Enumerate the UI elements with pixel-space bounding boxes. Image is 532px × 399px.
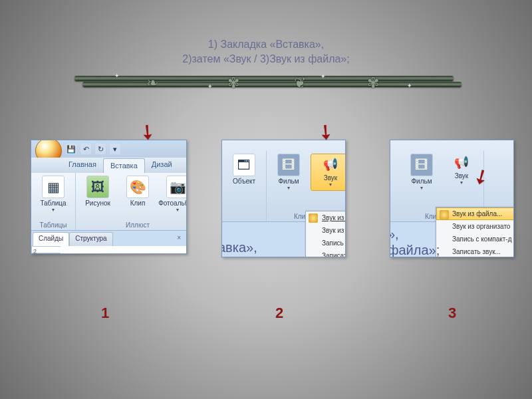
chevron-down-icon: ▾ <box>52 207 55 213</box>
slide-text-fragment: файла»; <box>390 243 440 257</box>
movie-icon: 🎞 <box>277 154 300 176</box>
screenshot-1: 💾 ↶ ↻ ▾ Главная Вставка Дизай ▦ Таблица … <box>31 140 187 254</box>
tab-insert[interactable]: Вставка <box>103 158 145 174</box>
decorative-divider: ❧✾ ❦✾ ✦✦ ✦✦ <box>74 74 462 94</box>
menu-item-sound-from-organizer[interactable]: Звук из организато <box>436 220 514 233</box>
tab-home[interactable]: Главная <box>62 158 103 173</box>
sound-icon: 📢 <box>321 156 340 173</box>
ribbon: 🗔 Объект 🎞 Фильм ▾ 📢 Звук ▾ Клипы мул <box>222 140 345 222</box>
screenshot-2: 🗔 Объект 🎞 Фильм ▾ 📢 Звук ▾ Клипы мул Зв… <box>221 140 346 257</box>
slide-thumbnails: 2 <box>31 246 63 253</box>
ribbon-group-tables: ▦ Таблица ▾ Таблицы <box>31 173 76 230</box>
slide-pane-tabs: Слайды Структура × <box>33 232 185 246</box>
movie-button[interactable]: 🎞 Фильм ▾ <box>271 154 307 191</box>
group-label-tables: Таблицы <box>35 221 71 229</box>
chevron-down-icon: ▾ <box>420 185 423 191</box>
menu-item-sound-from-file[interactable]: Звук из файла... <box>436 207 514 220</box>
sound-button[interactable]: 📢 Звук ▾ <box>311 154 346 191</box>
slide-text-fragment: авка», <box>221 240 257 255</box>
menu-item-sound-from-organizer[interactable]: Звук из о <box>306 224 346 237</box>
outline-tab[interactable]: Структура <box>69 232 112 246</box>
sound-icon: 📢 <box>452 154 471 171</box>
chevron-down-icon: ▾ <box>329 182 332 188</box>
sound-button[interactable]: 📢 Звук ▾ <box>444 154 479 191</box>
object-button[interactable]: 🗔 Объект <box>226 154 262 185</box>
menu-item-record-from-cd[interactable]: Запись с <box>306 237 346 249</box>
screenshot-3: 🎞 Фильм ▾ 📢 Звук ▾ Клипы мул Звук из фай… <box>390 140 514 257</box>
chevron-down-icon: ▾ <box>460 180 463 186</box>
thumb-index: 2 <box>33 248 61 254</box>
movie-icon: 🎞 <box>410 154 433 176</box>
chevron-down-icon: ▾ <box>287 185 290 191</box>
slide-text-fragment: », <box>390 227 399 242</box>
group-label-illust: Иллюст <box>80 221 187 229</box>
tab-design[interactable]: Дизай <box>145 158 179 173</box>
clip-button[interactable]: 🎨 Клип <box>120 176 156 213</box>
step-number-1: 1 <box>101 305 109 322</box>
table-icon: ▦ <box>42 176 65 198</box>
ribbon: ▦ Таблица ▾ Таблицы 🖼 Рисунок 🎨 Клип 📷 <box>31 173 186 231</box>
clip-icon: 🎨 <box>126 176 149 198</box>
undo-icon[interactable]: ↶ <box>80 144 91 154</box>
photo-album-button[interactable]: 📷 Фотоальбом ▾ <box>160 176 187 213</box>
sound-dropdown-menu: Звук из ф Звук из о Запись с Записать <box>305 211 346 257</box>
ribbon-tabs: Главная Вставка Дизай <box>31 158 186 174</box>
title-line-1: 1) Закладка «Вставка», <box>208 39 324 50</box>
menu-item-record-sound[interactable]: Записать <box>306 249 346 257</box>
step-number-3: 3 <box>448 305 456 322</box>
picture-icon: 🖼 <box>86 176 109 198</box>
slides-tab[interactable]: Слайды <box>33 232 69 246</box>
ribbon-group-text: 🗔 Объект <box>222 151 267 221</box>
sound-icon <box>309 213 318 223</box>
menu-item-record-from-cd[interactable]: Запись с компакт-д <box>436 233 514 245</box>
album-icon: 📷 <box>166 176 187 198</box>
save-icon[interactable]: 💾 <box>66 144 76 154</box>
close-pane-icon[interactable]: × <box>173 232 185 246</box>
step-number-2: 2 <box>275 305 283 322</box>
picture-button[interactable]: 🖼 Рисунок <box>80 176 116 213</box>
ribbon-group-illustrations: 🖼 Рисунок 🎨 Клип 📷 Фотоальбом ▾ Иллюст <box>76 173 187 230</box>
slide-canvas <box>61 246 186 253</box>
movie-button[interactable]: 🎞 Фильм ▾ <box>404 154 440 191</box>
chevron-down-icon: ▾ <box>176 207 179 213</box>
redo-icon[interactable]: ↻ <box>95 144 106 154</box>
object-icon: 🗔 <box>233 154 255 176</box>
quick-access-toolbar: 💾 ↶ ↻ ▾ <box>31 140 186 158</box>
sound-icon <box>440 210 449 219</box>
page-title: 1) Закладка «Вставка», 2)затем «Звук / 3… <box>0 37 532 66</box>
menu-item-record-sound[interactable]: Записать звук... <box>436 245 514 257</box>
title-line-2: 2)затем «Звук / 3)Звук из файла»; <box>182 53 349 65</box>
sound-dropdown-menu: Звук из файла... Звук из организато Запи… <box>436 207 514 257</box>
table-button[interactable]: ▦ Таблица ▾ <box>35 176 71 213</box>
qat-dropdown-icon[interactable]: ▾ <box>110 144 120 154</box>
menu-item-sound-from-file[interactable]: Звук из ф <box>306 211 346 224</box>
